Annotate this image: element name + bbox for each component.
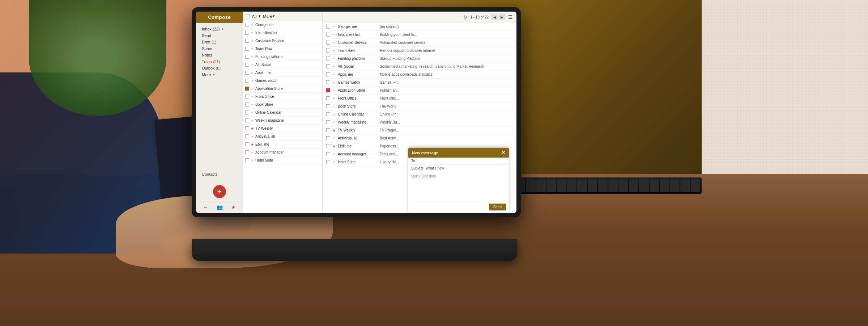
item-star-icon[interactable]: ★ <box>332 80 336 84</box>
contacts-link[interactable]: Contacts <box>202 172 237 176</box>
item-checkbox[interactable] <box>326 136 330 140</box>
email-checkbox[interactable] <box>245 134 249 138</box>
item-star-icon[interactable]: ★ <box>332 72 336 76</box>
star-icon[interactable]: ★ <box>251 23 254 27</box>
email-list-row[interactable]: ★Customer Service <box>243 37 322 45</box>
email-content-row[interactable]: ★Team RawRemote support tools over inter… <box>323 47 516 55</box>
swap-icon[interactable]: ↔ <box>203 204 208 210</box>
email-checkbox[interactable] <box>245 39 249 43</box>
email-list-row[interactable]: ★Online Calendar <box>243 109 322 117</box>
item-checkbox[interactable] <box>326 25 330 29</box>
compose-close-button[interactable]: ✕ <box>501 150 505 155</box>
prev-page-button[interactable]: ◀ <box>492 14 498 20</box>
subject-value[interactable]: What's new <box>425 166 444 170</box>
star-icon[interactable]: ★ <box>251 79 254 83</box>
email-content-row[interactable]: ★Info, client listBuilding your client l… <box>323 31 516 39</box>
item-star-icon[interactable]: ★ <box>332 144 336 148</box>
email-list-row[interactable]: ★TV Weekly <box>243 125 322 133</box>
email-checkbox[interactable] <box>245 142 249 146</box>
email-list-row[interactable]: ★Info, client list <box>243 29 322 37</box>
email-list-row[interactable]: ★Team Raw <box>243 45 322 53</box>
email-content-row[interactable]: ★Apps, meMobile apps downloads statistic… <box>323 71 516 79</box>
sidebar-item-inbox[interactable]: Inbox (22) ▼ <box>196 26 243 32</box>
email-content-row[interactable]: ★Weekly magazineWeekly Bu... <box>323 118 516 126</box>
email-content-row[interactable]: ★Book StoreThe World <box>323 103 516 110</box>
star-icon[interactable]: ★ <box>251 63 254 67</box>
item-checkbox[interactable] <box>326 33 330 37</box>
item-checkbox[interactable] <box>326 96 330 100</box>
item-checkbox[interactable] <box>326 144 330 148</box>
item-star-icon[interactable]: ★ <box>332 49 336 53</box>
email-checkbox[interactable] <box>245 47 249 51</box>
email-list-row[interactable]: ★Front Office <box>243 93 322 101</box>
sidebar-item-trash[interactable]: Trash (21) <box>196 58 243 65</box>
email-content-row[interactable]: ★Games watchGames, Fr... <box>323 79 516 87</box>
select-all-checkbox[interactable] <box>246 14 250 18</box>
item-star-icon[interactable]: ★ <box>332 128 336 132</box>
item-star-icon[interactable]: ★ <box>332 160 336 164</box>
next-page-button[interactable]: ▶ <box>499 14 505 20</box>
email-list-row[interactable]: ★Apps, me <box>243 69 322 77</box>
email-checkbox[interactable] <box>245 31 249 35</box>
compose-body[interactable]: Quick Question <box>408 172 509 201</box>
star-icon[interactable]: ★ <box>251 47 254 51</box>
more-button[interactable]: More ▾ <box>263 14 275 18</box>
email-list-row[interactable]: ★Weekly magazine <box>243 117 322 125</box>
star-icon[interactable]: ★ <box>251 71 254 75</box>
email-content-row[interactable]: ★Online CalendarOnline - P... <box>323 110 516 118</box>
item-checkbox[interactable] <box>326 104 330 108</box>
sidebar-item-more[interactable]: More ▼ <box>196 71 243 78</box>
item-checkbox[interactable] <box>326 112 330 116</box>
email-content-row[interactable]: ★George, me(no subject) <box>323 23 516 31</box>
email-content-row[interactable]: ★Customer ServiceAutomated customer serv… <box>323 39 516 47</box>
email-content-row[interactable]: ★Application StorePublish an... <box>323 87 516 95</box>
item-star-icon[interactable]: ★ <box>332 25 336 29</box>
sidebar-item-spam[interactable]: Spam <box>196 45 243 52</box>
star-icon[interactable]: ★ <box>251 150 254 154</box>
item-checkbox[interactable] <box>326 41 330 45</box>
star-icon[interactable]: ★ <box>251 103 254 106</box>
email-content-row[interactable]: ★Funding platformStartup Funding Platfor… <box>323 55 516 63</box>
star-icon[interactable]: ★ <box>251 55 254 59</box>
email-checkbox[interactable] <box>245 158 249 162</box>
star-icon[interactable]: ★ <box>251 31 254 35</box>
star-icon[interactable]: ★ <box>251 39 254 43</box>
item-checkbox[interactable] <box>326 152 330 156</box>
email-content-row[interactable]: ★Front OfficeFront offic... <box>323 95 516 103</box>
email-list-row[interactable]: ★George, me <box>243 21 322 29</box>
email-list-row[interactable]: ★Account manager <box>243 149 322 156</box>
item-star-icon[interactable]: ★ <box>332 88 336 92</box>
item-star-icon[interactable]: ★ <box>332 33 336 37</box>
email-list-row[interactable]: ★Games watch <box>243 77 322 85</box>
email-checkbox[interactable] <box>245 71 249 75</box>
item-star-icon[interactable]: ★ <box>332 112 336 116</box>
contacts-icon[interactable]: 👥 <box>217 204 223 210</box>
star-icon[interactable]: ★ <box>251 95 254 99</box>
email-checkbox[interactable] <box>245 103 249 106</box>
item-checkbox[interactable] <box>326 80 330 84</box>
email-list-row[interactable]: ★Application Store <box>243 85 322 93</box>
item-checkbox[interactable] <box>326 88 330 92</box>
email-content-row[interactable]: ★Antivirus, allBest Antiv... <box>323 134 516 142</box>
item-checkbox[interactable] <box>326 120 330 124</box>
item-checkbox[interactable] <box>326 128 330 132</box>
star-icon[interactable]: ★ <box>251 87 254 91</box>
item-star-icon[interactable]: ★ <box>332 136 336 140</box>
fab-button[interactable]: + <box>213 185 226 198</box>
item-star-icon[interactable]: ★ <box>332 96 336 100</box>
item-checkbox[interactable] <box>326 49 330 53</box>
email-list-row[interactable]: ★Antivirus, all <box>243 133 322 141</box>
star-icon[interactable]: ★ <box>251 118 254 122</box>
email-content-row[interactable]: ★TV WeeklyTV Progra... <box>323 126 516 134</box>
email-list-row[interactable]: ★Hotel Suite <box>243 156 322 164</box>
email-list-row[interactable]: ★Funding platform <box>243 53 322 61</box>
email-checkbox[interactable] <box>245 87 249 91</box>
item-checkbox[interactable] <box>326 72 330 76</box>
email-list-row[interactable]: ★All, Social <box>243 61 322 69</box>
email-checkbox[interactable] <box>245 126 249 130</box>
email-checkbox[interactable] <box>245 110 249 114</box>
star-icon[interactable]: ★ <box>251 142 254 146</box>
sidebar-item-notes[interactable]: Notes <box>196 52 243 58</box>
compose-button[interactable]: Compose <box>196 12 243 23</box>
item-checkbox[interactable] <box>326 57 330 60</box>
